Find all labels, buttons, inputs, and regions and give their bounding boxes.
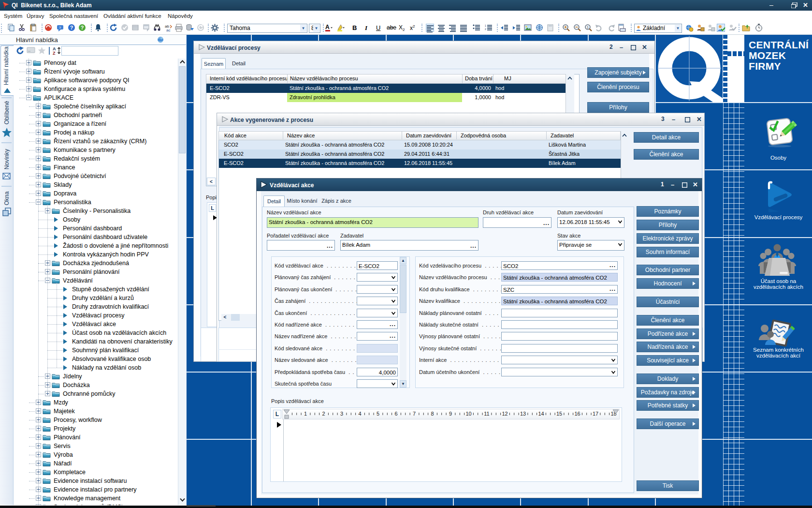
svg-text:11: 11: [484, 411, 489, 417]
svg-text:16: 16: [574, 411, 580, 417]
svg-text:Z: Z: [53, 51, 56, 55]
svg-text:6: 6: [394, 411, 397, 417]
svg-text:12: 12: [502, 411, 508, 417]
svg-text:17: 17: [593, 411, 598, 417]
svg-text:9: 9: [449, 411, 452, 417]
svg-text:ac: ac: [166, 28, 170, 32]
svg-text:?: ?: [70, 25, 73, 30]
svg-text:15: 15: [556, 411, 562, 417]
svg-text:7: 7: [413, 411, 416, 417]
svg-text:10: 10: [465, 411, 471, 417]
svg-text:4: 4: [358, 411, 361, 417]
svg-text:13: 13: [520, 411, 526, 417]
svg-text:A: A: [325, 24, 330, 30]
svg-text:2: 2: [322, 411, 325, 417]
svg-text:?: ?: [81, 25, 84, 30]
svg-text:?: ?: [59, 26, 61, 30]
svg-text:1: 1: [304, 411, 307, 417]
svg-text:14: 14: [538, 411, 544, 417]
svg-text:8: 8: [431, 411, 434, 417]
svg-text:1: 1: [587, 26, 589, 29]
svg-text:2: 2: [485, 28, 486, 30]
svg-text:3: 3: [340, 411, 343, 417]
svg-text:5: 5: [377, 411, 379, 417]
svg-text:1: 1: [485, 24, 486, 27]
